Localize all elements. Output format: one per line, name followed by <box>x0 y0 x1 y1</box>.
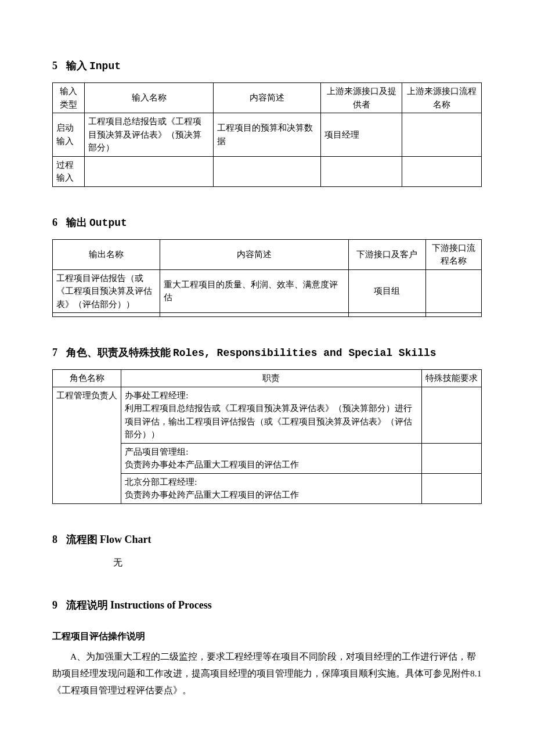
section-9-num: 9 <box>52 599 57 611</box>
th-role-name: 角色名称 <box>53 370 121 387</box>
output-table: 输出名称 内容简述 下游接口及客户 下游接口流程名称 工程项目评估报告（或《工程… <box>52 239 482 318</box>
section-9-heading: 9 流程说明 Instructions of Process <box>52 597 482 613</box>
table-header-row: 输入类型 输入名称 内容简述 上游来源接口及提供者 上游来源接口流程名称 <box>53 83 482 113</box>
cell: 工程项目总结报告或《工程项目预决算及评估表》（预决算部分） <box>85 113 214 157</box>
table-row: 启动输入 工程项目总结报告或《工程项目预决算及评估表》（预决算部分） 工程项目的… <box>53 113 482 157</box>
th-input-desc: 内容简述 <box>214 83 321 113</box>
section-8-title-en: Flow Chart <box>100 534 151 545</box>
cell <box>85 156 214 186</box>
cell-skill <box>421 387 481 443</box>
cell <box>53 313 160 317</box>
th-upstream-flow: 上游来源接口流程名称 <box>402 83 482 113</box>
cell: 工程项目评估报告（或《工程项目预决算及评估表》（评估部分）） <box>53 269 160 313</box>
section-7-num: 7 <box>52 347 57 358</box>
section-8-num: 8 <box>52 534 57 545</box>
cell: 过程输入 <box>53 156 85 186</box>
table-row <box>53 313 482 317</box>
cell <box>214 156 321 186</box>
section-8-title-cn: 流程图 <box>66 534 98 545</box>
cell: 启动输入 <box>53 113 85 157</box>
section-7-title-en: Roles, Responsibilities and Special Skil… <box>173 347 436 359</box>
cell-duty-2: 产品项目管理组: 负责跨办事处本产品重大工程项目的评估工作 <box>121 443 421 473</box>
section-6-title-cn: 输出 <box>66 217 87 228</box>
cell: 重大工程项目的质量、利润、效率、满意度评估 <box>160 269 348 313</box>
cell-duty-3: 北京分部工程经理: 负责跨办事处跨产品重大工程项目的评估工作 <box>121 473 421 503</box>
section-6-heading: 6 输出 Output <box>52 215 482 231</box>
cell-role-name: 工程管理负责人 <box>53 387 121 503</box>
th-input-name: 输入名称 <box>85 83 214 113</box>
section-5-num: 5 <box>52 60 57 71</box>
section-9-subheading: 工程项目评估操作说明 <box>52 629 482 643</box>
cell-duty-1: 办事处工程经理: 利用工程项目总结报告或《工程项目预决算及评估表》（预决算部分）… <box>121 387 421 443</box>
section-5-title-en: Input <box>89 60 121 72</box>
th-upstream-provider: 上游来源接口及提供者 <box>320 83 402 113</box>
cell <box>425 269 481 313</box>
cell <box>320 156 402 186</box>
table-row: 工程管理负责人 办事处工程经理: 利用工程项目总结报告或《工程项目预决算及评估表… <box>53 387 482 443</box>
section-7-title-cn: 角色、职责及特殊技能 <box>66 347 171 358</box>
section-9-paragraph: A、为加强重大工程的二级监控，要求工程经理等在项目不同阶段，对项目经理的工作进行… <box>52 648 482 699</box>
cell: 项目组 <box>348 269 425 313</box>
cell: 工程项目的预算和决算数据 <box>214 113 321 157</box>
cell-skill <box>421 443 481 473</box>
table-row: 过程输入 <box>53 156 482 186</box>
th-duty: 职责 <box>121 370 421 387</box>
section-6-num: 6 <box>52 217 57 228</box>
cell <box>160 313 348 317</box>
th-downstream-flow: 下游接口流程名称 <box>425 239 481 269</box>
cell: 项目经理 <box>320 113 402 157</box>
cell <box>402 113 482 157</box>
section-5-heading: 5 输入 Input <box>52 58 482 74</box>
th-downstream-client: 下游接口及客户 <box>348 239 425 269</box>
roles-table: 角色名称 职责 特殊技能要求 工程管理负责人 办事处工程经理: 利用工程项目总结… <box>52 369 482 504</box>
table-row: 工程项目评估报告（或《工程项目预决算及评估表》（评估部分）） 重大工程项目的质量… <box>53 269 482 313</box>
th-input-type: 输入类型 <box>53 83 85 113</box>
section-8-heading: 8 流程图 Flow Chart <box>52 532 482 548</box>
cell <box>425 313 481 317</box>
section-9-title-cn: 流程说明 <box>66 599 108 611</box>
flowchart-none-text: 无 <box>113 556 482 570</box>
cell-skill <box>421 473 481 503</box>
table-header-row: 角色名称 职责 特殊技能要求 <box>53 370 482 387</box>
cell <box>348 313 425 317</box>
section-7-heading: 7 角色、职责及特殊技能 Roles, Responsibilities and… <box>52 345 482 361</box>
section-5-title-cn: 输入 <box>66 60 87 71</box>
section-9-title-en: Instructions of Process <box>110 599 212 611</box>
th-output-desc: 内容简述 <box>160 239 348 269</box>
th-output-name: 输出名称 <box>53 239 160 269</box>
table-header-row: 输出名称 内容简述 下游接口及客户 下游接口流程名称 <box>53 239 482 269</box>
cell <box>402 156 482 186</box>
th-skill: 特殊技能要求 <box>421 370 481 387</box>
section-6-title-en: Output <box>89 217 127 229</box>
input-table: 输入类型 输入名称 内容简述 上游来源接口及提供者 上游来源接口流程名称 启动输… <box>52 82 482 187</box>
